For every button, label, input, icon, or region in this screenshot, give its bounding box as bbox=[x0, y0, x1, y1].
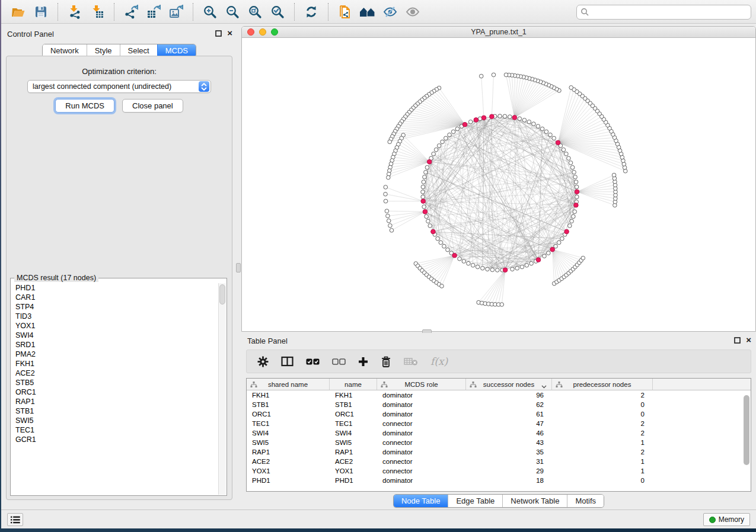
column-header-shared-name[interactable]: shared name bbox=[247, 379, 330, 390]
clone-network-button[interactable] bbox=[334, 2, 356, 22]
mcds-result-item[interactable]: TID3 bbox=[11, 312, 218, 321]
network-canvas[interactable] bbox=[242, 38, 755, 331]
add-column-icon[interactable] bbox=[358, 357, 368, 367]
mcds-result-item[interactable]: STP4 bbox=[11, 302, 218, 312]
table-panel-header: Table Panel × bbox=[241, 333, 756, 348]
cell-name: SWI4 bbox=[330, 428, 377, 438]
zoom-out-button[interactable] bbox=[221, 2, 244, 22]
close-panel-button[interactable]: Close panel bbox=[122, 99, 183, 113]
cell-successor-nodes: 46 bbox=[466, 428, 552, 438]
mcds-result-item[interactable]: FKH1 bbox=[11, 359, 218, 368]
cell-name: STB1 bbox=[330, 400, 377, 409]
show-columns-icon[interactable] bbox=[281, 356, 294, 367]
table-row[interactable]: ORC1ORC1dominator610 bbox=[247, 409, 742, 419]
export-network-button[interactable] bbox=[120, 2, 142, 22]
mcds-result-item[interactable]: TEC1 bbox=[11, 425, 218, 435]
run-mcds-button[interactable]: Run MCDS bbox=[55, 99, 114, 113]
save-session-button[interactable] bbox=[30, 2, 52, 22]
tab-network[interactable]: Network bbox=[43, 44, 87, 57]
delete-column-icon[interactable] bbox=[381, 356, 391, 367]
delete-table-icon[interactable] bbox=[404, 357, 418, 366]
open-session-button[interactable] bbox=[7, 2, 30, 22]
zoom-in-button[interactable] bbox=[199, 2, 221, 22]
table-row[interactable]: TEC1TEC1connector472 bbox=[247, 419, 742, 428]
tab-select[interactable]: Select bbox=[120, 44, 157, 57]
import-network-button[interactable] bbox=[63, 2, 86, 22]
tab-network-table[interactable]: Network Table bbox=[502, 495, 567, 507]
zoom-selected-button[interactable] bbox=[266, 2, 289, 22]
column-header-MCDS-role[interactable]: MCDS role bbox=[377, 379, 466, 390]
cell-shared-name: PHD1 bbox=[247, 476, 330, 485]
float-panel-icon[interactable] bbox=[215, 30, 222, 37]
eye-icon bbox=[405, 5, 420, 19]
mcds-result-item[interactable]: PHD1 bbox=[11, 283, 218, 293]
search-box[interactable] bbox=[576, 5, 751, 20]
import-table-button[interactable] bbox=[86, 2, 109, 22]
column-header-name[interactable]: name bbox=[330, 379, 377, 390]
mcds-result-item[interactable]: RAP1 bbox=[11, 397, 218, 406]
mcds-result-item[interactable]: PMA2 bbox=[11, 350, 218, 359]
hide-selected-button[interactable] bbox=[379, 2, 401, 22]
toolbar-separator bbox=[114, 3, 114, 21]
mcds-result-item[interactable]: STB5 bbox=[11, 378, 218, 387]
first-neighbors-button[interactable] bbox=[356, 2, 379, 22]
table-row[interactable]: PHD1PHD1dominator180 bbox=[247, 476, 742, 485]
hierarchy-icon bbox=[470, 382, 477, 389]
export-network-icon bbox=[124, 5, 138, 19]
tab-node-table[interactable]: Node Table bbox=[394, 495, 448, 507]
mcds-result-item[interactable]: STB1 bbox=[11, 406, 218, 416]
mcds-list-scrollbar[interactable] bbox=[218, 283, 226, 495]
settings-gear-icon[interactable] bbox=[257, 356, 269, 367]
export-table-button[interactable] bbox=[142, 2, 165, 22]
import-table-icon bbox=[90, 5, 104, 19]
mcds-result-item[interactable]: YOX1 bbox=[11, 321, 218, 331]
table-row[interactable]: SWI5SWI5connector431 bbox=[247, 438, 742, 447]
function-builder-icon[interactable]: f(x) bbox=[430, 355, 448, 367]
select-all-icon[interactable] bbox=[306, 358, 320, 366]
memory-button[interactable]: Memory bbox=[703, 513, 750, 526]
mcds-result-item[interactable]: SRD1 bbox=[11, 340, 218, 350]
close-panel-icon[interactable]: × bbox=[227, 29, 232, 37]
vertical-splitter-grip[interactable] bbox=[236, 263, 241, 273]
cell-predecessor-nodes: 1 bbox=[552, 457, 653, 466]
mcds-result-list[interactable]: PHD1CAR1STP4TID3YOX1SWI4SRD1PMA2FKH1ACE2… bbox=[11, 283, 218, 495]
mcds-result-item[interactable]: SWI5 bbox=[11, 416, 218, 425]
close-table-panel-icon[interactable]: × bbox=[746, 336, 751, 344]
tab-motifs[interactable]: Motifs bbox=[567, 495, 604, 507]
export-image-button[interactable] bbox=[165, 2, 187, 22]
task-history-button[interactable] bbox=[7, 513, 23, 526]
table-row[interactable]: ACE2ACE2connector311 bbox=[247, 457, 742, 466]
mcds-result-item[interactable]: CAR1 bbox=[11, 293, 218, 302]
export-image-icon bbox=[169, 5, 183, 19]
column-label: successor nodes bbox=[483, 381, 534, 388]
table-row[interactable]: YOX1YOX1connector291 bbox=[247, 466, 742, 476]
column-header-successor-nodes[interactable]: successor nodes bbox=[466, 379, 552, 390]
show-all-button[interactable] bbox=[401, 2, 424, 22]
save-floppy-icon bbox=[34, 5, 48, 19]
float-table-panel-icon[interactable] bbox=[734, 337, 741, 344]
criterion-dropdown[interactable]: largest connected component (undirected) bbox=[27, 80, 211, 93]
mcds-result-item[interactable]: GCR1 bbox=[11, 435, 218, 444]
tab-style[interactable]: Style bbox=[87, 44, 120, 57]
cell-predecessor-nodes: 2 bbox=[552, 390, 653, 400]
table-row[interactable]: STB1STB1dominator620 bbox=[247, 400, 742, 409]
search-input[interactable] bbox=[589, 8, 747, 17]
column-header-predecessor-nodes[interactable]: predecessor nodes bbox=[552, 379, 653, 390]
tab-mcds[interactable]: MCDS bbox=[157, 44, 196, 57]
zoom-fit-button[interactable] bbox=[244, 2, 266, 22]
refresh-layout-button[interactable] bbox=[300, 2, 323, 22]
tab-edge-table[interactable]: Edge Table bbox=[448, 495, 502, 507]
network-graph[interactable] bbox=[242, 38, 756, 332]
table-row[interactable]: FKH1FKH1dominator962 bbox=[247, 390, 742, 400]
cell-MCDS-role: dominator bbox=[377, 428, 466, 438]
mcds-result-item[interactable]: ORC1 bbox=[11, 387, 218, 397]
mcds-result-item[interactable]: SWI4 bbox=[11, 331, 218, 340]
table-scrollbar-thumb[interactable] bbox=[744, 395, 749, 465]
table-scrollbar[interactable] bbox=[744, 393, 749, 489]
mcds-result-item[interactable]: ACE2 bbox=[11, 368, 218, 378]
unselect-all-icon[interactable] bbox=[332, 358, 346, 366]
table-row[interactable]: SWI4SWI4dominator462 bbox=[247, 428, 742, 438]
sort-desc-icon bbox=[541, 383, 547, 390]
mcds-scrollbar-thumb[interactable] bbox=[219, 284, 225, 305]
table-row[interactable]: RAP1RAP1dominator352 bbox=[247, 447, 742, 457]
